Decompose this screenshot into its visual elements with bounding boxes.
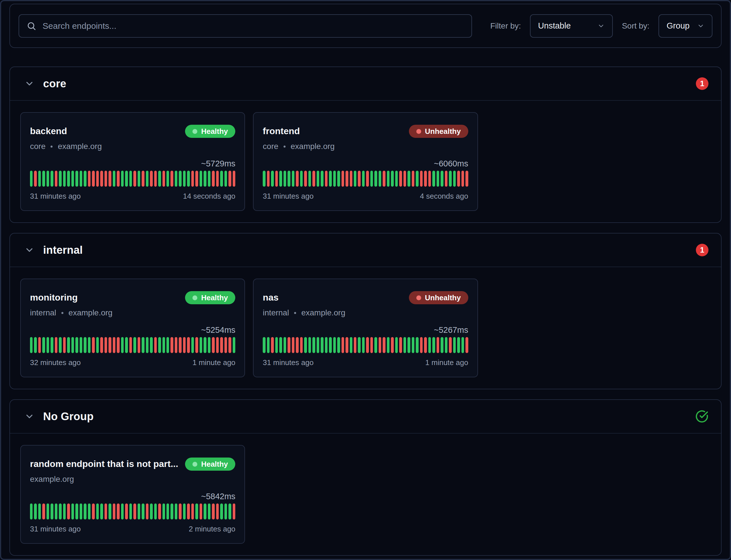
uptime-bars[interactable] — [30, 171, 235, 187]
uptime-bar[interactable] — [129, 171, 132, 187]
uptime-bar[interactable] — [337, 337, 340, 353]
uptime-bar[interactable] — [457, 171, 460, 187]
uptime-bar[interactable] — [42, 337, 45, 353]
uptime-bar[interactable] — [55, 337, 57, 353]
uptime-bar[interactable] — [345, 171, 348, 187]
uptime-bar[interactable] — [117, 171, 119, 187]
uptime-bar[interactable] — [175, 503, 177, 519]
uptime-bar[interactable] — [55, 503, 57, 519]
uptime-bar[interactable] — [183, 337, 186, 353]
uptime-bar[interactable] — [154, 337, 157, 353]
uptime-bar[interactable] — [399, 171, 402, 187]
uptime-bar[interactable] — [67, 171, 70, 187]
uptime-bar[interactable] — [183, 171, 186, 187]
uptime-bar[interactable] — [63, 503, 66, 519]
uptime-bar[interactable] — [138, 171, 140, 187]
uptime-bar[interactable] — [216, 171, 219, 187]
uptime-bar[interactable] — [179, 337, 181, 353]
uptime-bar[interactable] — [337, 171, 340, 187]
uptime-bar[interactable] — [412, 337, 414, 353]
uptime-bar[interactable] — [108, 337, 111, 353]
uptime-bar[interactable] — [220, 337, 223, 353]
uptime-bar[interactable] — [34, 337, 37, 353]
uptime-bar[interactable] — [42, 171, 45, 187]
uptime-bar[interactable] — [88, 171, 90, 187]
uptime-bar[interactable] — [42, 503, 45, 519]
uptime-bar[interactable] — [287, 171, 290, 187]
uptime-bar[interactable] — [325, 171, 327, 187]
uptime-bar[interactable] — [449, 337, 452, 353]
uptime-bar[interactable] — [162, 171, 165, 187]
uptime-bar[interactable] — [154, 503, 157, 519]
uptime-bar[interactable] — [195, 503, 198, 519]
uptime-bar[interactable] — [204, 337, 206, 353]
uptime-bar[interactable] — [437, 171, 439, 187]
uptime-bar[interactable] — [51, 503, 53, 519]
uptime-bar[interactable] — [375, 171, 377, 187]
uptime-bar[interactable] — [84, 503, 86, 519]
uptime-bar[interactable] — [117, 337, 119, 353]
uptime-bars[interactable] — [263, 337, 468, 353]
uptime-bar[interactable] — [59, 503, 61, 519]
uptime-bar[interactable] — [283, 337, 286, 353]
uptime-bar[interactable] — [63, 337, 66, 353]
uptime-bar[interactable] — [191, 503, 194, 519]
uptime-bar[interactable] — [383, 337, 385, 353]
uptime-bar[interactable] — [84, 337, 86, 353]
uptime-bar[interactable] — [317, 171, 319, 187]
uptime-bar[interactable] — [38, 503, 41, 519]
uptime-bar[interactable] — [133, 503, 136, 519]
uptime-bar[interactable] — [445, 337, 448, 353]
uptime-bar[interactable] — [108, 171, 111, 187]
uptime-bar[interactable] — [142, 503, 144, 519]
uptime-bar[interactable] — [158, 337, 161, 353]
uptime-bar[interactable] — [391, 171, 394, 187]
uptime-bar[interactable] — [220, 503, 223, 519]
uptime-bar[interactable] — [113, 337, 115, 353]
uptime-bar[interactable] — [362, 337, 364, 353]
uptime-bar[interactable] — [170, 503, 173, 519]
uptime-bar[interactable] — [395, 337, 398, 353]
uptime-bar[interactable] — [271, 337, 273, 353]
uptime-bar[interactable] — [162, 337, 165, 353]
uptime-bar[interactable] — [96, 171, 99, 187]
uptime-bar[interactable] — [154, 171, 157, 187]
uptime-bar[interactable] — [150, 171, 152, 187]
uptime-bar[interactable] — [113, 171, 115, 187]
uptime-bar[interactable] — [34, 503, 37, 519]
uptime-bar[interactable] — [200, 171, 202, 187]
uptime-bar[interactable] — [224, 171, 227, 187]
uptime-bar[interactable] — [466, 337, 468, 353]
uptime-bar[interactable] — [146, 337, 148, 353]
uptime-bar[interactable] — [104, 503, 107, 519]
uptime-bar[interactable] — [216, 503, 219, 519]
uptime-bar[interactable] — [166, 503, 169, 519]
uptime-bar[interactable] — [279, 337, 282, 353]
uptime-bar[interactable] — [142, 171, 144, 187]
uptime-bar[interactable] — [432, 337, 435, 353]
uptime-bar[interactable] — [462, 337, 464, 353]
uptime-bar[interactable] — [117, 503, 119, 519]
uptime-bar[interactable] — [263, 337, 265, 353]
uptime-bar[interactable] — [362, 171, 364, 187]
uptime-bar[interactable] — [150, 337, 152, 353]
uptime-bar[interactable] — [63, 171, 66, 187]
uptime-bar[interactable] — [404, 171, 406, 187]
uptime-bar[interactable] — [195, 171, 198, 187]
uptime-bar[interactable] — [121, 503, 124, 519]
filter-select[interactable]: Unstable — [530, 14, 613, 38]
uptime-bar[interactable] — [395, 171, 398, 187]
uptime-bar[interactable] — [317, 337, 319, 353]
uptime-bar[interactable] — [92, 337, 94, 353]
uptime-bar[interactable] — [408, 337, 410, 353]
uptime-bar[interactable] — [412, 171, 414, 187]
endpoint-card[interactable]: frontend Unhealthy core example.org ~606… — [253, 112, 478, 211]
uptime-bar[interactable] — [383, 171, 385, 187]
uptime-bar[interactable] — [67, 337, 70, 353]
uptime-bar[interactable] — [333, 337, 336, 353]
uptime-bar[interactable] — [371, 337, 373, 353]
uptime-bar[interactable] — [125, 337, 128, 353]
uptime-bar[interactable] — [96, 337, 99, 353]
uptime-bar[interactable] — [96, 503, 99, 519]
uptime-bar[interactable] — [358, 337, 360, 353]
